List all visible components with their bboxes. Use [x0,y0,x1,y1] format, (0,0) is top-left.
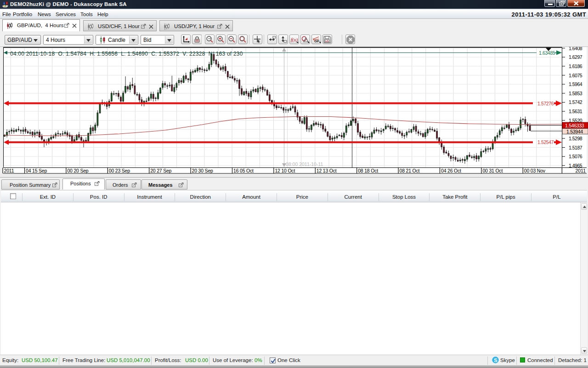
svg-text:04 15 Sep: 04 15 Sep [26,168,47,173]
svg-text:00 23 Sep: 00 23 Sep [109,168,130,173]
svg-text:1.5742: 1.5742 [569,99,582,105]
svg-text:1.53944: 1.53944 [566,129,583,134]
svg-text:1.5631: 1.5631 [569,109,582,114]
svg-text:04:00 2011-10-18 O: 1.54784: 04:00 2011-10-18 O: 1.54784 H: 1.55656 L… [10,51,243,57]
svg-text:1.6297: 1.6297 [569,54,582,60]
svg-text:1.5298: 1.5298 [569,136,582,141]
svg-text:1.57276: 1.57276 [537,101,554,106]
svg-text:1.5076: 1.5076 [569,154,582,159]
svg-text:S: S [494,357,497,363]
svg-text:1.5187: 1.5187 [569,145,582,150]
svg-text:2011: 2011 [575,168,586,173]
svg-text:20 27 Sep: 20 27 Sep [150,168,171,173]
svg-text:1.52547: 1.52547 [537,139,554,145]
svg-text:1.546333: 1.546333 [565,123,584,128]
svg-text:12 10 Oct: 12 10 Oct [275,168,295,173]
svg-text:08 18 Oct: 08 18 Oct [358,168,378,173]
svg-text:1.6408: 1.6408 [569,47,582,51]
svg-text:16 05 Oct: 16 05 Oct [233,168,254,173]
svg-text:12 13 Oct: 12 13 Oct [317,168,337,173]
svg-text:08:00 2011-10-11: 08:00 2011-10-11 [286,161,323,167]
svg-text:00 20 Sep: 00 20 Sep [67,168,88,173]
svg-text:1.63485: 1.63485 [539,50,555,56]
svg-text:20 30 Sep: 20 30 Sep [192,168,213,173]
svg-text:00 31 Oct: 00 31 Oct [482,168,503,173]
svg-text:1.5964: 1.5964 [569,81,582,87]
svg-text:1.5853: 1.5853 [569,91,582,96]
svg-text:1.6075: 1.6075 [569,73,582,78]
svg-text:2011: 2011 [4,168,14,173]
svg-text:04 26 Oct: 04 26 Oct [441,168,461,173]
svg-text:08 21 Oct: 08 21 Oct [400,168,420,173]
svg-text:1.6186: 1.6186 [569,63,582,69]
svg-text:GF: GF [314,39,319,43]
svg-text:00 03 Nov: 00 03 Nov [524,168,546,173]
